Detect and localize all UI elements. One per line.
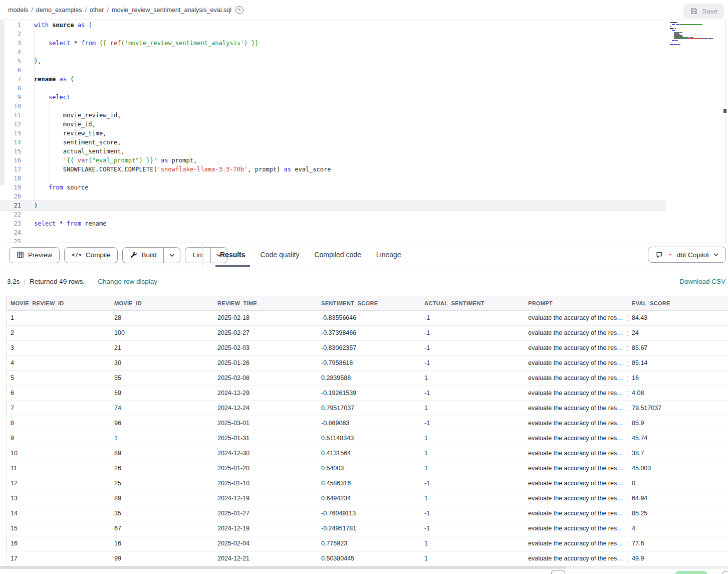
partial-green-pill-button[interactable] [675, 571, 707, 574]
prompt-cell[interactable]: evaluate the accuracy of the res… [524, 371, 628, 386]
build-dropdown[interactable] [163, 248, 180, 263]
code-line[interactable]: 1with source as ( [0, 21, 666, 30]
save-button[interactable]: Save [683, 4, 724, 19]
line-number: 9 [0, 93, 21, 102]
code-text [21, 210, 34, 219]
tab-code-quality[interactable]: Code quality [253, 243, 307, 267]
code-line[interactable]: 4 [0, 48, 666, 57]
tab-results[interactable]: Results [212, 243, 253, 267]
prompt-truncated-text: evaluate the accuracy of the res… [528, 536, 623, 551]
change-row-display-link[interactable]: Change row display [98, 278, 157, 285]
code-line[interactable]: 12 movie_id, [0, 120, 666, 129]
code-line[interactable]: 2 [0, 30, 666, 39]
editor-vertical-scrollbar[interactable] [725, 20, 725, 243]
table-cell: -1 [420, 521, 524, 536]
tab-lineage[interactable]: Lineage [369, 243, 409, 267]
code-line[interactable]: 10 [0, 102, 666, 111]
code-text: ), [21, 57, 41, 66]
table-row: 12252025-01-100.4586316-1evaluate the ac… [7, 476, 728, 491]
table-cell: -1 [420, 476, 524, 491]
table-cell: 55 [110, 371, 213, 386]
code-line[interactable]: 5), [0, 57, 666, 66]
table-cell: 2025-01-10 [213, 476, 317, 491]
code-line[interactable]: 9 select [0, 93, 666, 102]
code-line[interactable]: 18 [0, 174, 666, 183]
prompt-cell[interactable]: evaluate the accuracy of the res… [524, 326, 628, 340]
lint-button[interactable]: Lint [185, 248, 210, 263]
table-cell: 1 [420, 401, 524, 416]
editor-minimap[interactable] [670, 22, 718, 47]
prompt-cell[interactable]: evaluate the accuracy of the res… [524, 341, 628, 355]
tab-compiled-code[interactable]: Compiled code [307, 243, 368, 267]
sql-editor[interactable]: 1with source as (23 select * from {{ ref… [0, 20, 728, 243]
prompt-cell[interactable]: evaluate the accuracy of the res… [524, 311, 628, 325]
build-button[interactable]: Build [123, 248, 163, 263]
edit-file-icon[interactable]: ✎ [235, 6, 244, 14]
breadcrumb-segment[interactable]: models [8, 7, 28, 14]
breadcrumb-segment[interactable]: demo_examples [36, 7, 82, 14]
download-csv-link[interactable]: Download CSV [679, 267, 725, 296]
table-cell: 0.6494234 [317, 491, 420, 506]
code-line[interactable]: 25 [0, 237, 666, 243]
breadcrumb-segment[interactable]: movie_review_sentiment_analysis_eval.sql [112, 7, 231, 14]
code-lines[interactable]: 1with source as (23 select * from {{ ref… [0, 21, 728, 243]
prompt-cell[interactable]: evaluate the accuracy of the res… [524, 446, 628, 461]
preview-button[interactable]: Preview [9, 247, 60, 263]
code-line[interactable]: 13 review_time, [0, 129, 666, 138]
column-header: PROMPT [524, 296, 628, 310]
line-number: 20 [0, 192, 21, 201]
prompt-cell[interactable]: evaluate the accuracy of the res… [524, 401, 628, 416]
code-line[interactable]: 6 [0, 66, 666, 75]
prompt-truncated-text: evaluate the accuracy of the res… [528, 506, 623, 521]
partial-right-button[interactable] [722, 571, 728, 574]
code-line[interactable]: 7rename as ( [0, 75, 666, 84]
code-line[interactable]: 16 '{{ var("eval_prompt") }}' as prompt, [0, 156, 666, 165]
dbt-copilot-button[interactable]: ✦ dbt Copilot [648, 247, 726, 263]
code-line[interactable]: 14 sentiment_score, [0, 138, 666, 147]
prompt-cell[interactable]: evaluate the accuracy of the res… [524, 491, 628, 506]
code-line[interactable]: 17 SNOWFLAKE.CORTEX.COMPLETE('snowflake-… [0, 165, 666, 174]
code-line[interactable]: 11 movie_review_id, [0, 111, 666, 120]
prompt-cell[interactable]: evaluate the accuracy of the res… [524, 356, 628, 370]
table-cell: 4 [7, 356, 110, 370]
column-header: MOVIE_REVIEW_ID [7, 296, 110, 310]
code-line[interactable]: 24 [0, 228, 666, 237]
table-grid-icon [17, 251, 24, 259]
prompt-cell[interactable]: evaluate the accuracy of the res… [524, 476, 628, 491]
line-number: 23 [0, 219, 21, 228]
table-cell: 1 [420, 491, 524, 506]
code-line[interactable]: 3 select * from {{ ref('movie_review_sen… [0, 39, 666, 48]
prompt-cell[interactable]: evaluate the accuracy of the res… [524, 506, 628, 521]
table-cell: 2025-01-26 [213, 356, 317, 370]
table-cell: 1 [420, 461, 524, 476]
code-text: sentiment_score, [21, 138, 121, 147]
breadcrumb-segment[interactable]: other [90, 7, 104, 14]
partial-icon-button[interactable] [551, 570, 565, 574]
eval-score-cell: 45.003 [628, 461, 728, 476]
code-line[interactable]: 8 [0, 84, 666, 93]
prompt-cell[interactable]: evaluate the accuracy of the res… [524, 431, 628, 446]
prompt-cell[interactable]: evaluate the accuracy of the res… [524, 461, 628, 476]
copilot-chat-icon [655, 251, 664, 259]
code-line[interactable]: 21) [0, 201, 666, 210]
compile-button[interactable]: </> Compile [64, 247, 118, 263]
prompt-cell[interactable]: evaluate the accuracy of the res… [524, 551, 628, 566]
code-line[interactable]: 23select * from rename [0, 219, 666, 228]
table-cell: 0.79517037 [317, 401, 420, 416]
horizontal-scrollbar-thumb[interactable] [0, 566, 566, 569]
code-line[interactable]: 20 [0, 192, 666, 201]
table-cell: 2024-12-30 [213, 446, 317, 461]
prompt-cell[interactable]: evaluate the accuracy of the res… [524, 536, 628, 551]
prompt-truncated-text: evaluate the accuracy of the res… [528, 371, 623, 386]
prompt-cell[interactable]: evaluate the accuracy of the res… [524, 416, 628, 431]
code-text: '{{ var("eval_prompt") }}' as prompt, [21, 156, 197, 165]
table-cell: 89 [110, 446, 213, 461]
code-line[interactable]: 19 from source [0, 183, 666, 192]
prompt-cell[interactable]: evaluate the accuracy of the res… [524, 521, 628, 536]
table-cell: 9 [7, 431, 110, 446]
editor-scrollbar-thumb[interactable] [723, 109, 726, 113]
prompt-cell[interactable]: evaluate the accuracy of the res… [524, 386, 628, 401]
prompt-truncated-text: evaluate the accuracy of the res… [528, 311, 623, 325]
code-line[interactable]: 22 [0, 210, 666, 219]
code-line[interactable]: 15 actual_sentiment, [0, 147, 666, 156]
